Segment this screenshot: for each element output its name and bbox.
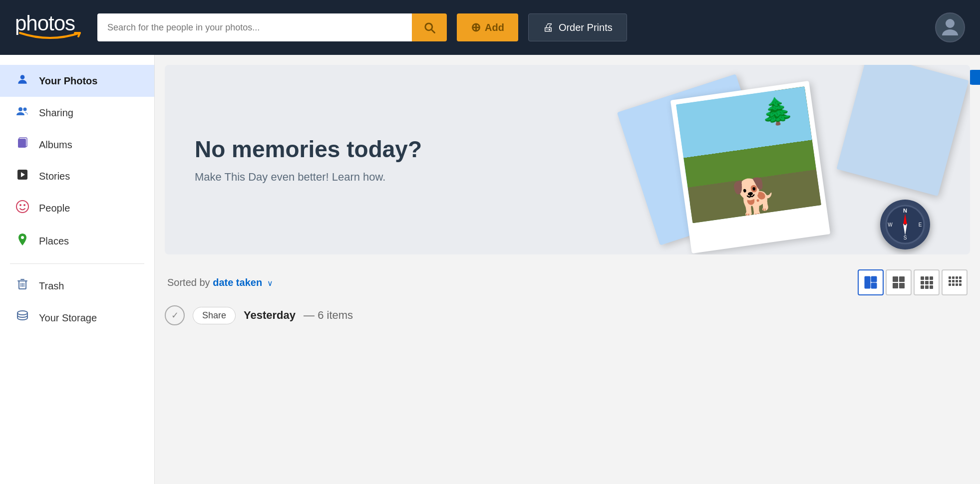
storage-icon — [15, 310, 30, 326]
svg-rect-51 — [956, 283, 958, 286]
sidebar-label-trash: Trash — [39, 280, 64, 292]
svg-rect-48 — [959, 280, 962, 282]
date-count-yesterday: — 6 items — [304, 309, 353, 322]
sidebar-label-sharing: Sharing — [39, 107, 73, 119]
albums-icon — [15, 137, 30, 153]
sidebar-item-people[interactable]: People — [0, 192, 154, 225]
printer-icon: 🖨 — [543, 21, 554, 34]
grid-small-icon — [892, 275, 906, 289]
svg-rect-33 — [925, 276, 929, 280]
svg-point-3 — [18, 107, 22, 111]
sort-dropdown[interactable]: Sorted by date taken ∨ — [167, 277, 273, 288]
view-grid-small-button[interactable] — [886, 269, 912, 295]
share-button-inline[interactable]: Share — [193, 307, 236, 324]
svg-rect-35 — [921, 281, 924, 284]
add-label: Add — [485, 22, 504, 33]
compass-decoration: N S W E — [880, 200, 930, 249]
polaroid-container: 🌲 🐕 N S W E — [447, 65, 970, 254]
svg-rect-46 — [952, 280, 955, 282]
select-all-checkbox[interactable]: ✓ — [165, 305, 185, 325]
svg-rect-30 — [893, 283, 898, 288]
svg-rect-47 — [956, 280, 958, 282]
view-grid-large-button[interactable] — [942, 269, 968, 295]
svg-rect-52 — [959, 283, 962, 286]
tree-decoration: 🌲 — [759, 96, 795, 126]
avatar-button[interactable] — [935, 12, 965, 42]
sidebar-item-stories[interactable]: Stories — [0, 161, 154, 192]
svg-point-9 — [16, 201, 28, 213]
photo-inner: 🌲 🐕 — [676, 86, 821, 223]
sidebar-item-places[interactable]: Places — [0, 225, 154, 257]
svg-point-12 — [21, 236, 24, 239]
avatar-icon — [940, 15, 960, 40]
svg-point-4 — [23, 108, 27, 111]
svg-rect-32 — [921, 276, 924, 280]
svg-rect-49 — [949, 283, 951, 286]
svg-text:N: N — [903, 208, 907, 214]
add-button[interactable]: ⊕ Add — [457, 13, 518, 41]
view-grid-medium-button[interactable] — [914, 269, 940, 295]
sidebar-item-sharing[interactable]: Sharing — [0, 97, 154, 129]
memories-banner: No memories today? Make This Day even be… — [165, 65, 970, 254]
memories-subtitle: Make This Day even better! Learn how. — [195, 171, 422, 184]
share-label: Share — [202, 310, 226, 320]
content-area: No memories today? Make This Day even be… — [155, 55, 980, 484]
search-button[interactable] — [412, 13, 447, 41]
svg-rect-45 — [949, 280, 951, 282]
people-icon — [15, 105, 30, 121]
svg-rect-34 — [930, 276, 933, 280]
sidebar-item-albums[interactable]: Albums — [0, 129, 154, 161]
svg-rect-31 — [899, 283, 905, 288]
sidebar-divider — [10, 263, 144, 264]
grid-large-icon — [948, 275, 962, 289]
svg-rect-41 — [949, 276, 951, 279]
polaroid-main: 🌲 🐕 — [670, 81, 830, 253]
person-icon — [15, 73, 30, 89]
search-container — [97, 13, 447, 41]
view-masonry-button[interactable] — [858, 269, 884, 295]
svg-rect-26 — [871, 276, 877, 282]
search-input[interactable] — [97, 13, 412, 41]
svg-rect-42 — [952, 276, 955, 279]
svg-text:S: S — [904, 235, 907, 241]
date-section-yesterday: ✓ Share Yesterday — 6 items — [165, 305, 970, 325]
dog-decoration: 🐕 — [730, 177, 778, 217]
pin-icon — [15, 233, 30, 249]
svg-rect-44 — [959, 276, 962, 279]
grid-medium-icon — [920, 275, 934, 289]
view-options — [858, 269, 968, 295]
svg-rect-27 — [871, 283, 877, 288]
svg-text:W: W — [888, 222, 893, 228]
svg-point-1 — [942, 29, 958, 35]
memories-image-area: 🌲 🐕 N S W E — [447, 65, 970, 254]
svg-point-2 — [20, 75, 25, 79]
svg-rect-40 — [930, 285, 933, 289]
svg-rect-38 — [921, 285, 924, 289]
masonry-icon — [864, 275, 878, 289]
svg-rect-37 — [930, 281, 933, 284]
sidebar-item-trash[interactable]: Trash — [0, 270, 154, 302]
svg-text:E: E — [919, 222, 922, 228]
sidebar-label-albums: Albums — [39, 139, 72, 151]
sidebar: Your Photos Sharing Albums — [0, 55, 155, 484]
trash-icon — [15, 278, 30, 294]
sidebar-item-your-storage[interactable]: Your Storage — [0, 302, 154, 334]
svg-rect-28 — [893, 276, 898, 282]
sidebar-item-your-photos[interactable]: Your Photos — [0, 65, 154, 97]
sidebar-label-your-storage: Your Storage — [39, 312, 97, 324]
svg-rect-29 — [899, 276, 905, 282]
main-layout: Your Photos Sharing Albums — [0, 55, 980, 484]
svg-point-10 — [19, 204, 21, 206]
sort-bar: Sorted by date taken ∨ — [165, 269, 970, 295]
order-prints-label: Order Prints — [559, 22, 613, 33]
sidebar-label-places: Places — [39, 236, 69, 247]
svg-point-11 — [23, 204, 25, 206]
sort-label: Sorted by date taken ∨ — [167, 277, 273, 288]
face-icon — [15, 200, 30, 217]
logo: photos — [15, 11, 82, 43]
svg-rect-39 — [925, 285, 929, 289]
header: photos ⊕ Add 🖨 Order Prints — [0, 0, 980, 55]
order-prints-button[interactable]: 🖨 Order Prints — [528, 13, 627, 41]
svg-point-17 — [17, 311, 27, 315]
svg-rect-25 — [865, 276, 870, 288]
